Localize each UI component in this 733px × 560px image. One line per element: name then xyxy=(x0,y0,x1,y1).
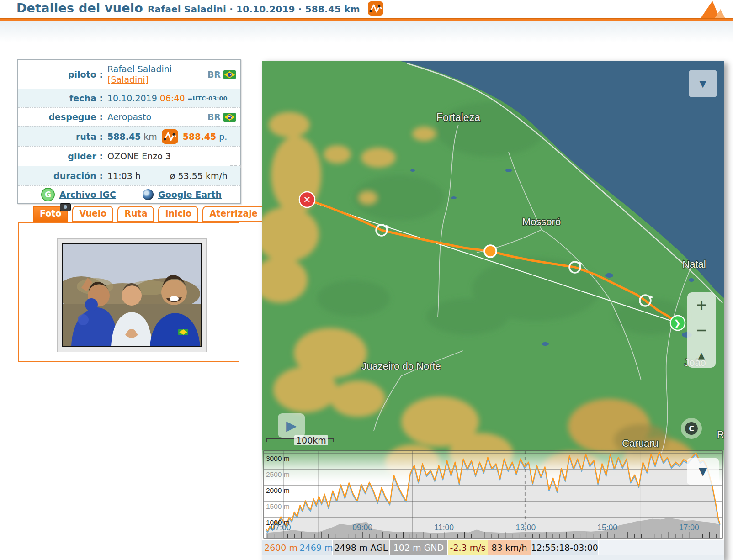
page-title-text: Detalles del vuelo xyxy=(16,1,143,15)
chevron-down-icon: ▼ xyxy=(699,78,706,89)
tilt-up-button[interactable]: ▲ xyxy=(687,343,716,368)
route-distance: 588.45 xyxy=(107,132,141,142)
chart-xtick-label: 11:00 xyxy=(435,523,454,532)
chart-ytick-label: 2000 m xyxy=(266,486,290,494)
tab-foto-label: Foto xyxy=(40,208,61,218)
chart-xtick-label: 17:00 xyxy=(679,523,699,532)
glider-label: glider : xyxy=(18,151,107,161)
ruta-label: ruta : xyxy=(18,132,107,142)
map-rotate-button[interactable]: C xyxy=(681,418,702,439)
vario-value: -2.3 m/s xyxy=(448,540,488,555)
map-zoom-control: + − ▲ xyxy=(687,292,716,368)
chart-ytick-label: 3000 m xyxy=(266,454,290,462)
igc-download-link[interactable]: Archivo IGC xyxy=(59,190,116,200)
tab-vuelo[interactable]: Vuelo xyxy=(72,206,113,222)
gps-altitude-value: 2600 m xyxy=(262,540,300,555)
route-score-icon xyxy=(368,1,383,18)
altitude-chart-canvas: 3000 m2500 m2000 m1500 m1000 m07:0009:00… xyxy=(262,450,724,539)
info-row-links: G Archivo IGC Google Earth xyxy=(18,185,240,203)
pilot-name-link[interactable]: Rafael Saladini xyxy=(107,64,172,74)
map-city-label: Fortaleza xyxy=(436,111,480,123)
detail-tabs: Foto Vuelo Ruta Inicio Aterrizaje xyxy=(33,206,265,222)
flight-info-table: piloto : Rafael Saladini [Saladini] BR f… xyxy=(17,59,241,204)
zoom-out-button[interactable]: − xyxy=(687,317,716,342)
pilot-country-code: BR xyxy=(207,69,221,79)
info-row-ruta: ruta : 588.45 km 588.45 p. xyxy=(18,126,240,146)
tab-aterrizaje[interactable]: Aterrizaje xyxy=(202,206,264,222)
zoom-in-button[interactable]: + xyxy=(687,292,716,317)
chart-xtick-label: 15:00 xyxy=(597,523,617,532)
chevron-down-icon: ▼ xyxy=(699,465,707,478)
info-row-fecha: fecha : 10.10.2019 06:40 =UTC-03:00 xyxy=(18,89,240,107)
map-scalebar: 100km xyxy=(266,434,335,448)
despegue-label: despegue : xyxy=(18,112,107,122)
takeoff-country-code: BR xyxy=(207,112,221,122)
timezone: =UTC-03:00 xyxy=(188,95,228,102)
svg-text:✕: ✕ xyxy=(303,194,311,205)
track-start-marker[interactable]: ✕ xyxy=(299,192,315,207)
fecha-label: fecha : xyxy=(18,93,107,103)
page-title: Detalles del vueloRafael Saladini · 10.1… xyxy=(16,1,383,18)
route-points: 588.45 xyxy=(183,132,216,142)
altitude-chart[interactable]: 3000 m2500 m2000 m1500 m1000 m07:0009:00… xyxy=(262,450,724,539)
date-link[interactable]: 10.10.2019 xyxy=(107,93,157,103)
header-gradient-band xyxy=(0,21,733,42)
takeoff-time: 06:40 xyxy=(160,93,185,103)
photo-frame xyxy=(57,238,207,352)
tab-inicio[interactable]: Inicio xyxy=(158,206,198,222)
statusbar-filler xyxy=(599,540,724,555)
tab-inicio-label: Inicio xyxy=(165,208,191,218)
time-value: 12:55:18-03:00 xyxy=(531,540,599,555)
chart-xtick-label: 07:00 xyxy=(271,523,291,532)
rotate-icon: C xyxy=(685,422,698,435)
svg-text:❯: ❯ xyxy=(674,318,681,328)
tab-vuelo-label: Vuelo xyxy=(79,208,106,218)
google-earth-icon xyxy=(143,189,154,200)
page-subtitle: Rafael Saladini · 10.10.2019 · 588.45 km xyxy=(148,4,360,15)
info-row-piloto: piloto : Rafael Saladini [Saladini] BR xyxy=(18,60,240,89)
minus-icon: − xyxy=(696,322,707,338)
baro-altitude-value: 2469 m xyxy=(300,540,333,555)
avg-speed: ø 53.55 km/h xyxy=(170,171,228,181)
tab-ruta[interactable]: Ruta xyxy=(117,206,154,222)
map-city-label: Natal xyxy=(682,259,706,270)
info-row-glider: glider : OZONE Enzo 3 xyxy=(18,146,240,166)
takeoff-site-link[interactable]: Aeropasto xyxy=(107,112,151,122)
speed-value: 83 km/h xyxy=(488,540,531,555)
camera-icon xyxy=(60,203,71,211)
map-city-label: Caruaru xyxy=(622,438,658,449)
chart-ytick-label: 1500 m xyxy=(266,502,290,510)
tab-foto[interactable]: Foto xyxy=(33,206,68,222)
pilot-photo[interactable] xyxy=(62,243,202,347)
play-icon: ▶ xyxy=(286,417,297,433)
photo-panel xyxy=(18,222,239,362)
pilot-username-link[interactable]: [Saladini] xyxy=(107,74,149,85)
info-row-despegue: despegue : Aeropasto BR xyxy=(18,107,240,126)
gnd-value: 102 m GND xyxy=(390,540,448,555)
map-city-label: R xyxy=(717,429,724,440)
plus-icon: + xyxy=(696,297,707,313)
telemetry-statusbar: 2600 m 2469 m 2498 m AGL 102 m GND -2.3 … xyxy=(262,540,724,555)
photo-illustration xyxy=(63,244,201,346)
viewer-bottom-strip xyxy=(262,555,724,560)
flight-viewer: ✕❯ FortalezaMossoróNatalJuazeiro do Nort… xyxy=(262,61,724,560)
glider-value: OZONE Enzo 3 xyxy=(107,151,171,161)
duracion-label: duración : xyxy=(18,171,107,181)
tab-aterrizaje-label: Aterrizaje xyxy=(209,208,257,218)
track-end-marker[interactable]: ❯ xyxy=(670,316,685,330)
route-points-unit: p. xyxy=(219,132,227,142)
current-position-marker[interactable] xyxy=(484,245,496,257)
chart-ytick-label: 2500 m xyxy=(266,470,290,478)
triangle-up-icon: ▲ xyxy=(698,350,705,361)
igc-file-icon: G xyxy=(41,188,55,201)
chart-collapse-button[interactable]: ▼ xyxy=(687,458,719,485)
map-layers-dropdown[interactable]: ▼ xyxy=(689,70,717,97)
scalebar-label: 100km xyxy=(294,435,328,445)
map-city-label: Mossoró xyxy=(522,216,561,227)
piloto-label: piloto : xyxy=(18,69,107,79)
map-city-label: Juazeiro do Norte xyxy=(361,360,441,372)
google-earth-link[interactable]: Google Earth xyxy=(158,190,222,200)
route-score-icon xyxy=(162,129,178,144)
chart-xtick-label: 09:00 xyxy=(352,523,372,532)
brazil-flag-icon xyxy=(223,70,236,79)
